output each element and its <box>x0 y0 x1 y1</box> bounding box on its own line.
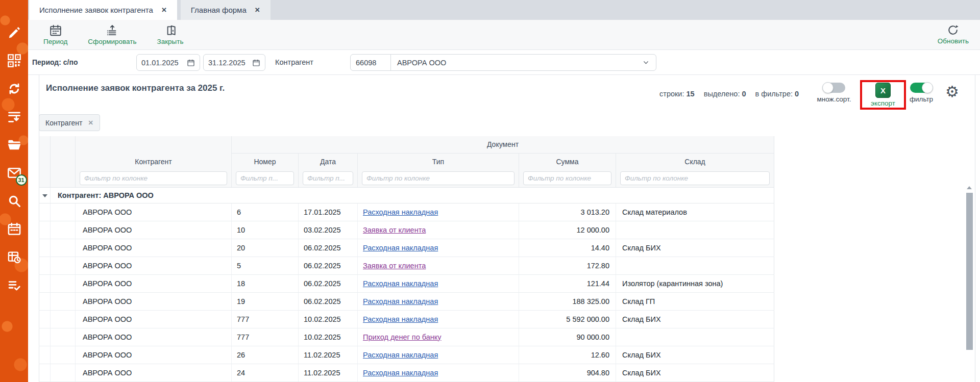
close-icon[interactable]: ✕ <box>161 6 167 14</box>
row-selector-cell <box>51 328 76 346</box>
cell-warehouse <box>616 328 774 346</box>
pencil-icon[interactable] <box>6 24 22 41</box>
document-link[interactable]: Расходная накладная <box>363 315 438 323</box>
cell-doc-type: Расходная накладная <box>358 239 519 257</box>
folder-icon[interactable] <box>6 137 22 153</box>
cell-amount: 12.60 <box>519 346 616 364</box>
toolbar: Период Сформировать Закрыть Обновить <box>28 20 980 50</box>
filter-input-counterparty[interactable] <box>80 171 227 185</box>
cell-warehouse: Изолятор (карантинная зона) <box>616 274 774 292</box>
row-selector-cell <box>51 239 76 257</box>
toggle-knob <box>922 82 933 93</box>
table-row[interactable]: АВРОРА ООО 10 03.02.2025 Заявка от клиен… <box>39 221 774 239</box>
filter-control: фильтр <box>904 83 939 103</box>
period-range-label: Период: с/по <box>32 58 78 66</box>
close-form-button[interactable]: Закрыть <box>157 24 184 45</box>
filter-toggle[interactable] <box>910 83 933 93</box>
calendar-icon[interactable] <box>6 221 22 237</box>
generate-button[interactable]: Сформировать <box>88 24 136 45</box>
document-link[interactable]: Расходная накладная <box>363 279 438 288</box>
grouping-tag-counterparty[interactable]: Контрагент ✕ <box>39 114 100 131</box>
column-header-date[interactable]: Дата <box>299 153 358 170</box>
selected-count-label: выделено: <box>704 90 740 98</box>
document-link[interactable]: Расходная накладная <box>363 297 438 305</box>
table-row[interactable]: АВРОРА ООО 5 06.02.2025 Заявка от клиент… <box>39 257 774 274</box>
scroll-up-icon[interactable] <box>967 186 972 189</box>
qr-code-icon[interactable] <box>6 53 22 69</box>
gear-icon[interactable]: ⚙ <box>945 84 959 99</box>
filter-input-warehouse[interactable] <box>620 171 770 185</box>
table-row[interactable]: АВРОРА ООО 20 06.02.2025 Расходная накла… <box>39 239 774 257</box>
multisort-toggle[interactable] <box>823 83 845 93</box>
close-form-button-label: Закрыть <box>157 38 184 45</box>
document-link[interactable]: Приход денег по банку <box>363 333 442 341</box>
cell-amount: 188 325.00 <box>519 292 616 310</box>
selector-column-header <box>51 136 76 187</box>
calendar-icon[interactable] <box>187 59 195 67</box>
filter-input-date[interactable] <box>303 171 353 185</box>
tab-main-form[interactable]: Главная форма ✕ <box>181 0 271 20</box>
cell-number: 777 <box>232 310 299 328</box>
in-filter-count-value: 0 <box>795 90 799 98</box>
row-expander-cell <box>39 274 51 292</box>
table-row[interactable]: АВРОРА ООО 24 11.02.2025 Расходная накла… <box>39 364 774 381</box>
row-selector-cell <box>51 346 76 364</box>
table-row[interactable]: АВРОРА ООО 6 17.01.2025 Расходная наклад… <box>39 203 774 221</box>
column-header-number[interactable]: Номер <box>232 153 299 170</box>
cell-counterparty: АВРОРА ООО <box>76 239 232 257</box>
generate-icon <box>106 24 119 37</box>
document-link[interactable]: Расходная накладная <box>363 244 438 252</box>
mail-icon[interactable]: 31 <box>6 165 22 181</box>
table-row[interactable]: АВРОРА ООО 19 06.02.2025 Расходная накла… <box>39 292 774 310</box>
group-row[interactable]: Контрагент: АВРОРА ООО <box>39 187 774 203</box>
tab-report[interactable]: Исполнение заявок контрагента ✕ <box>29 0 177 20</box>
close-icon[interactable]: ✕ <box>255 6 260 14</box>
column-header-amount[interactable]: Сумма <box>519 153 616 170</box>
cell-amount: 172.80 <box>519 257 616 274</box>
grid-stats: строки:15 выделено:0 в фильтре:0 <box>659 90 799 98</box>
cell-amount: 904.80 <box>519 364 616 381</box>
counterparty-select[interactable]: АВРОРА ООО <box>390 54 656 71</box>
document-link[interactable]: Заявка от клиента <box>363 226 426 234</box>
cell-counterparty: АВРОРА ООО <box>76 292 232 310</box>
document-link[interactable]: Расходная накладная <box>363 351 438 359</box>
row-expander-cell <box>39 221 51 239</box>
table-row[interactable]: АВРОРА ООО 18 06.02.2025 Расходная накла… <box>39 274 774 292</box>
filter-input-amount[interactable] <box>523 171 611 185</box>
filter-input-number[interactable] <box>236 171 294 185</box>
search-icon[interactable] <box>6 193 22 209</box>
period-button-label: Период <box>43 38 67 45</box>
column-header-counterparty[interactable]: Контрагент <box>76 153 232 170</box>
table-row[interactable]: АВРОРА ООО 26 11.02.2025 Расходная накла… <box>39 346 774 364</box>
cell-date: 06.02.2025 <box>299 292 358 310</box>
app-sidebar: 31 <box>0 0 28 382</box>
document-link[interactable]: Расходная накладная <box>363 208 438 216</box>
date-from-input[interactable]: 01.01.2025 <box>136 54 200 71</box>
period-button[interactable]: Период <box>43 24 67 45</box>
collapse-group-button[interactable] <box>39 187 51 203</box>
schedule-icon[interactable] <box>6 249 22 265</box>
cell-counterparty: АВРОРА ООО <box>76 274 232 292</box>
refresh-button[interactable]: Обновить <box>938 23 969 45</box>
calendar-icon[interactable] <box>252 59 260 67</box>
filter-input-type[interactable] <box>362 171 514 185</box>
export-label[interactable]: экспорт <box>871 99 895 107</box>
cell-amount: 90 000.00 <box>519 328 616 346</box>
document-feed-icon[interactable] <box>6 109 22 125</box>
column-header-warehouse[interactable]: Склад <box>616 153 774 170</box>
table-row[interactable]: АВРОРА ООО 777 10.02.2025 Приход денег п… <box>39 328 774 346</box>
date-to-input[interactable]: 31.12.2025 <box>203 54 265 71</box>
counterparty-code-input[interactable]: 66098 <box>350 54 391 71</box>
checklist-icon[interactable] <box>6 277 22 293</box>
scrollbar-thumb[interactable] <box>966 193 973 350</box>
table-row[interactable]: АВРОРА ООО 777 10.02.2025 Расходная накл… <box>39 310 774 328</box>
cell-date: 03.02.2025 <box>299 221 358 239</box>
excel-export-icon[interactable]: X <box>875 83 891 98</box>
close-icon[interactable]: ✕ <box>88 119 93 126</box>
document-link[interactable]: Расходная накладная <box>363 369 438 377</box>
column-header-type[interactable]: Тип <box>358 153 519 170</box>
document-link[interactable]: Заявка от клиента <box>363 262 426 270</box>
tab-bar: Исполнение заявок контрагента ✕ Главная … <box>28 0 980 20</box>
document-group-header: Документ <box>232 136 774 153</box>
sync-icon[interactable] <box>6 81 22 97</box>
